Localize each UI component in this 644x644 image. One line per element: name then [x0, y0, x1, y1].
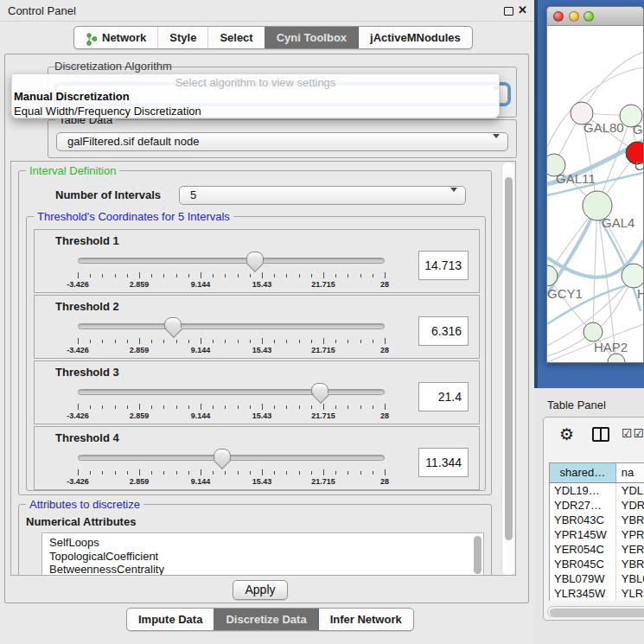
num-intervals-value: 5: [190, 188, 196, 201]
slider-scale-labels: -3.4262.8599.14415.4321.71528: [78, 477, 385, 488]
list-item[interactable]: TopologicalCoefficient: [42, 550, 483, 564]
zoom-traffic-light-icon[interactable]: [583, 11, 594, 22]
num-intervals-combobox[interactable]: 5: [179, 186, 466, 205]
table-row[interactable]: YLR345WYLR3: [550, 586, 644, 601]
table-row[interactable]: YBR043CYBR0: [550, 513, 644, 527]
cell[interactable]: YDL1: [616, 483, 644, 498]
thresholds-group-title: Threshold's Coordinates for 5 Intervals: [34, 210, 233, 223]
close-traffic-light-icon[interactable]: [553, 11, 564, 22]
slider-track[interactable]: [78, 389, 385, 395]
cell[interactable]: YPR145W: [550, 527, 616, 542]
cell[interactable]: YDR2: [616, 498, 644, 513]
threshold-slider[interactable]: -3.4262.8599.14415.4321.71528: [78, 448, 385, 488]
cell[interactable]: YBR045C: [550, 557, 616, 571]
cell[interactable]: YER054C: [550, 542, 616, 557]
network-window-titlebar[interactable]: [547, 7, 644, 26]
threshold-value-box[interactable]: 11.344: [418, 448, 469, 477]
dropdown-option-manual[interactable]: Manual Discretization: [14, 90, 130, 103]
right-side: GAL80 G C GAL11 GAL4 GCY1 H HAP2 Table P…: [534, 0, 644, 644]
column-header-name[interactable]: na: [616, 463, 644, 482]
threshold-panel-1: Threshold 1 -3.4262.8599.14415.4321.7152…: [34, 229, 480, 293]
list-item[interactable]: SelfLoops: [42, 533, 483, 550]
close-icon[interactable]: ✕: [518, 3, 527, 16]
slider-track[interactable]: [78, 323, 385, 329]
node-h[interactable]: [622, 264, 643, 288]
tab-label: Select: [220, 27, 252, 48]
tab-select[interactable]: Select: [207, 27, 264, 48]
tab-impute-data[interactable]: Impute Data: [127, 609, 214, 630]
node-label: GAL80: [583, 120, 624, 135]
threshold-panel-3: Threshold 3 -3.4262.8599.14415.4321.7152…: [34, 360, 480, 424]
slider-thumb[interactable]: [246, 252, 264, 263]
table-row[interactable]: YPR145WYPR1: [550, 527, 644, 542]
cell[interactable]: YDR27…: [550, 498, 616, 513]
cell[interactable]: YBR0: [616, 513, 644, 527]
columns-icon[interactable]: [592, 427, 609, 442]
threshold-value-box[interactable]: 6.316: [418, 316, 469, 346]
float-window-icon[interactable]: [504, 7, 513, 16]
cell[interactable]: YLR345W: [550, 586, 616, 601]
cell[interactable]: YLR3: [616, 586, 644, 601]
dropdown-option-equal-width[interactable]: Equal Width/Frequency Discretization: [14, 105, 201, 118]
table-row[interactable]: YDL19…YDL1: [550, 483, 644, 498]
table-header-row: shared… na: [550, 463, 644, 483]
slider-ticks: [78, 272, 385, 279]
apply-button[interactable]: Apply: [233, 580, 288, 600]
node-hap2[interactable]: [583, 322, 603, 341]
tab-cyni-toolbox[interactable]: Cyni Toolbox: [265, 27, 358, 48]
cell[interactable]: YER0: [616, 542, 644, 557]
node-label: GCY1: [547, 286, 583, 301]
list-item[interactable]: BetweennessCentrality: [42, 563, 483, 576]
table-row[interactable]: YDR27…YDR2: [550, 498, 644, 513]
cell[interactable]: YBR0: [616, 557, 644, 571]
threshold-slider[interactable]: -3.4262.8599.14415.4321.71528: [78, 251, 385, 290]
network-canvas[interactable]: GAL80 G C GAL11 GAL4 GCY1 H HAP2: [547, 26, 644, 363]
slider-thumb[interactable]: [311, 383, 328, 394]
table-horizontal-scrollbar[interactable]: [547, 606, 644, 617]
slider-track[interactable]: [78, 258, 385, 264]
numerical-attributes-list[interactable]: SelfLoops TopologicalCoefficient Between…: [41, 532, 484, 576]
slider-scale-labels: -3.4262.8599.14415.4321.71528: [78, 346, 385, 356]
table-data-value: galFiltered.sif default node: [67, 135, 199, 148]
tab-discretize-data[interactable]: Discretize Data: [214, 609, 317, 630]
table-row[interactable]: YER054CYER0: [550, 542, 644, 557]
slider-ticks: [78, 404, 385, 411]
cell[interactable]: YBR043C: [550, 513, 616, 527]
cell[interactable]: YPR1: [616, 527, 644, 542]
tab-jactivemnodules[interactable]: jActiveMNodules: [358, 27, 472, 48]
slider-scale-labels: -3.4262.8599.14415.4321.71528: [78, 280, 385, 290]
tab-label: Infer Network: [330, 609, 402, 630]
settings-vertical-scrollbar[interactable]: [501, 163, 514, 576]
cell[interactable]: YBL0: [616, 571, 644, 586]
network-view-window[interactable]: GAL80 G C GAL11 GAL4 GCY1 H HAP2: [546, 6, 644, 363]
node-label: HAP2: [594, 340, 628, 354]
tab-infer-network[interactable]: Infer Network: [318, 609, 413, 630]
threshold-slider[interactable]: -3.4262.8599.14415.4321.71528: [78, 316, 385, 356]
table-data-combobox[interactable]: galFiltered.sif default node: [56, 132, 508, 151]
list-scrollbar[interactable]: [472, 534, 482, 576]
network-icon: [86, 31, 98, 44]
tab-network[interactable]: Network: [74, 27, 157, 48]
checkbox-icons[interactable]: ☑☑: [622, 426, 644, 440]
table-row[interactable]: YBR045CYBR0: [550, 557, 644, 571]
tab-style[interactable]: Style: [157, 27, 207, 48]
tab-label: Impute Data: [138, 609, 202, 630]
minimize-traffic-light-icon[interactable]: [569, 11, 579, 22]
cell[interactable]: YBL079W: [550, 571, 616, 586]
node-label: G: [633, 122, 643, 137]
threshold-panel-4: Threshold 4 -3.4262.8599.14415.4321.7152…: [34, 426, 480, 490]
combo-arrows-icon: [486, 137, 500, 151]
cell[interactable]: YDL19…: [550, 483, 616, 498]
threshold-value-box[interactable]: 14.713: [418, 251, 469, 280]
threshold-value-box[interactable]: 21.4: [418, 382, 469, 411]
threshold-label: Threshold 1: [55, 234, 119, 247]
threshold-slider[interactable]: -3.4262.8599.14415.4321.71528: [78, 382, 385, 422]
gear-icon[interactable]: ⚙: [559, 424, 574, 444]
slider-thumb[interactable]: [214, 449, 231, 460]
column-header-shared-name[interactable]: shared…: [550, 463, 616, 482]
combo-arrows-icon: [443, 190, 457, 205]
slider-thumb[interactable]: [164, 317, 182, 328]
slider-track[interactable]: [78, 455, 385, 461]
table-row[interactable]: YBL079WYBL0: [550, 571, 644, 586]
tab-label: Network: [102, 27, 146, 48]
